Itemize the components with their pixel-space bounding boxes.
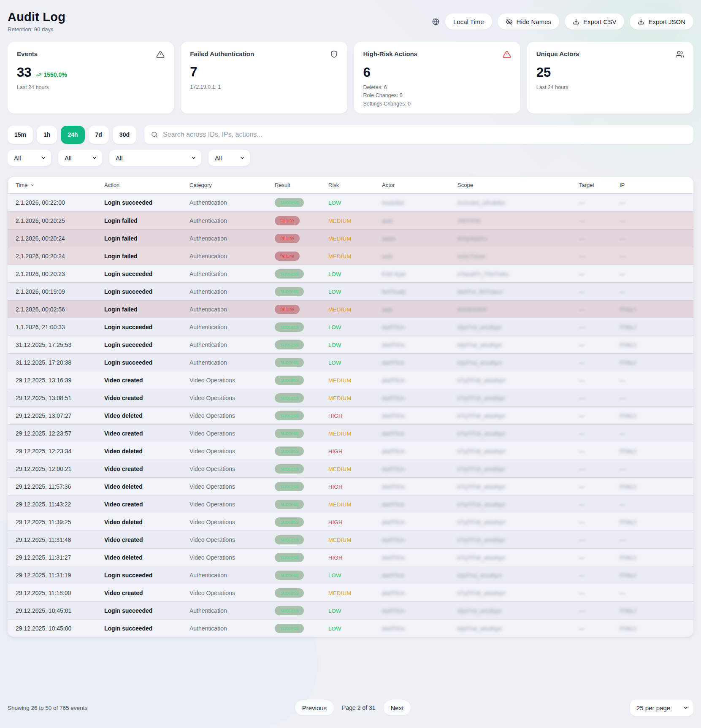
column-header-action: Action [104,182,189,188]
stat-card-value-row: 25 [536,66,684,79]
row-actor: dwlfTKm [382,377,457,384]
table-row[interactable]: 29.12.2025, 13:08:51Video createdVideo O… [8,389,693,406]
table-row[interactable]: 29.12.2025, 11:31:27Video deletedVideo O… [8,548,693,566]
row-time: 2.1.2026, 00:20:24 [16,253,104,260]
table-row[interactable]: 29.12.2025, 13:07:27Video deletedVideo O… [8,406,693,424]
row-action: Video deleted [104,483,189,490]
time-range-pill-7d[interactable]: 7d [89,126,109,144]
time-range-pill-30d[interactable]: 30d [113,126,136,144]
scope-redacted: XWTlXKl [457,218,481,224]
row-ip: fTlfbLf [620,625,693,632]
row-result: success [275,358,328,367]
row-action: Login succeeded [104,288,189,295]
filter-select-3[interactable]: All [109,150,201,166]
column-header-time[interactable]: Time [16,182,104,188]
stat-card-label: High-Risk Actions [363,50,418,57]
table-row[interactable]: 2.1.2026, 00:19:09Login succeededAuthent… [8,282,693,300]
table-row[interactable]: 31.12.2025, 17:25:53Login succeededAuthe… [8,336,693,353]
table-row[interactable]: 29.12.2025, 11:18:00Video createdVideo O… [8,584,693,601]
row-target: — [579,341,620,348]
row-time: 29.12.2025, 10:45:00 [16,625,104,632]
table-row[interactable]: 2.1.2026, 00:20:25Login failedAuthentica… [8,211,693,229]
column-header-result: Result [275,182,328,188]
table-row[interactable]: 2.1.2026, 00:20:23Login succeededAuthent… [8,265,693,282]
row-action: Login succeeded [104,607,189,614]
row-scope: kTqTfTdl_wlxdfqvl [457,501,579,508]
table-row[interactable]: 29.12.2025, 11:39:25Video deletedVideo O… [8,513,693,530]
row-ip: fTlfbLf [620,554,693,561]
table-row[interactable]: 29.12.2025, 10:45:01Login succeededAuthe… [8,601,693,619]
row-actor: dwlfTKm [382,412,457,419]
export-json-button[interactable]: Export JSON [630,14,693,30]
row-scope: kTqTfTdl_wlxdfqvl [457,590,579,596]
table-row[interactable]: 31.12.2025, 17:20:38Login succeededAuthe… [8,353,693,371]
actor-redacted: KXif Kjwl [382,271,406,277]
page-indicator: Page 2 of 31 [342,704,375,711]
row-result: success [275,464,328,474]
target-redacted: — [579,590,585,596]
actor-redacted: dwlfTKm [382,377,405,384]
actor-redacted: dwlfTKm [382,608,405,614]
row-action: Login failed [104,235,189,242]
target-redacted: — [579,537,585,543]
column-header-target: Target [579,182,620,188]
row-target: — [579,199,620,206]
stat-card-subline: Deletes: 6 [363,84,511,92]
row-ip: — [620,199,693,206]
stat-card-label: Failed Authentication [190,50,254,57]
export-csv-button[interactable]: Export CSV [565,14,624,30]
result-badge: success [275,571,304,580]
globe-icon [432,18,440,26]
row-target: — [579,306,620,313]
row-target: — [579,217,620,224]
stat-card-value: 33 [17,66,31,79]
hide-names-button[interactable]: Hide Names [498,14,560,30]
actor-redacted: dwlfTKm [382,342,405,348]
row-action: Video created [104,377,189,384]
row-ip: — [620,501,693,508]
result-badge: success [275,535,304,544]
table-row[interactable]: 29.12.2025, 11:57:36Video deletedVideo O… [8,477,693,495]
actor-redacted: awb [382,306,392,313]
previous-page-button[interactable]: Previous [295,700,334,716]
row-time: 29.12.2025, 13:08:51 [16,395,104,401]
row-ip: — [620,217,693,224]
local-time-button[interactable]: Local Time [445,14,492,30]
filter-select-2[interactable]: All [58,150,102,166]
filter-select-1[interactable]: All [8,150,51,166]
target-redacted: — [579,395,585,401]
time-range-pill-15m[interactable]: 15m [8,126,33,144]
scope-redacted: kTqTfTdl_wlxdfqvl [457,537,505,543]
row-category: Authentication [189,288,275,295]
risk-label: LOW [328,360,341,366]
column-header-label: Result [275,182,290,188]
table-row[interactable]: 29.12.2025, 12:23:57Video createdVideo O… [8,424,693,442]
risk-label: LOW [328,608,341,614]
table-row[interactable]: 29.12.2025, 11:43:22Video createdVideo O… [8,495,693,513]
row-ip: — [620,271,693,277]
row-category: Authentication [189,199,275,206]
table-row[interactable]: 29.12.2025, 12:23:34Video deletedVideo O… [8,442,693,460]
next-page-button[interactable]: Next [383,700,411,716]
row-result: success [275,535,328,544]
table-row[interactable]: 29.12.2025, 10:45:00Login succeededAuthe… [8,619,693,637]
filter-select-4[interactable]: All [208,150,250,166]
table-row[interactable]: 29.12.2025, 13:16:39Video createdVideo O… [8,371,693,389]
table-row[interactable]: 2.1.2026, 00:20:24Login failedAuthentica… [8,229,693,247]
row-result: success [275,198,328,207]
table-row[interactable]: 2.1.2026, 00:22:00Login succeededAuthent… [8,194,693,211]
per-page-select[interactable]: 25 per page [630,700,693,716]
search-input[interactable] [163,131,687,138]
row-ip: — [620,590,693,596]
time-range-pill-24h[interactable]: 24h [61,126,84,144]
local-time-label: Local Time [453,18,484,25]
table-row[interactable]: 29.12.2025, 11:31:48Video createdVideo O… [8,530,693,548]
table-row[interactable]: 2.1.2026, 00:20:24Login failedAuthentica… [8,247,693,265]
row-risk: MEDIUM [328,253,382,260]
ip-redacted: fTlfbLf [620,572,636,579]
table-row[interactable]: 29.12.2025, 11:31:19Login succeededAuthe… [8,566,693,584]
table-row[interactable]: 2.1.2026, 00:02:56Login failedAuthentica… [8,300,693,318]
time-range-pill-1h[interactable]: 1h [37,126,57,144]
table-row[interactable]: 29.12.2025, 12:00:21Video createdVideo O… [8,460,693,477]
table-row[interactable]: 1.1.2026, 21:00:33Login succeededAuthent… [8,318,693,336]
